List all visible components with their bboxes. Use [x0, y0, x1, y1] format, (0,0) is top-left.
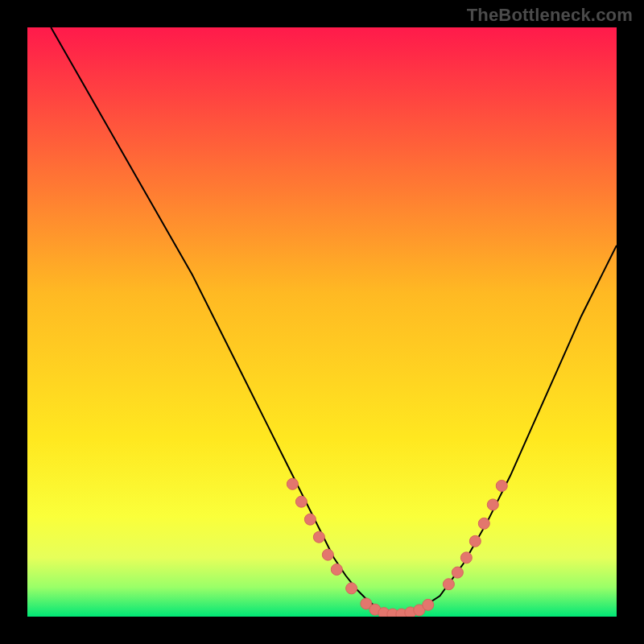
highlight-dot — [287, 478, 298, 489]
highlight-dot — [331, 564, 342, 575]
bottleneck-chart — [0, 0, 644, 644]
highlight-dot — [304, 514, 316, 525]
highlight-dot — [487, 499, 498, 510]
highlight-dot — [460, 552, 472, 564]
highlight-dot — [313, 531, 324, 543]
highlight-dot — [496, 481, 507, 492]
highlight-dot — [423, 599, 434, 610]
gradient-background — [27, 27, 617, 617]
highlight-dot — [443, 579, 454, 590]
highlight-dot — [452, 567, 463, 578]
highlight-dot — [322, 549, 333, 560]
highlight-dot — [346, 583, 357, 594]
highlight-dot — [469, 535, 481, 547]
highlight-dot — [295, 496, 307, 507]
highlight-dot — [478, 518, 489, 529]
chart-stage: TheBottleneck.com — [0, 0, 644, 644]
watermark-text: TheBottleneck.com — [467, 5, 633, 26]
